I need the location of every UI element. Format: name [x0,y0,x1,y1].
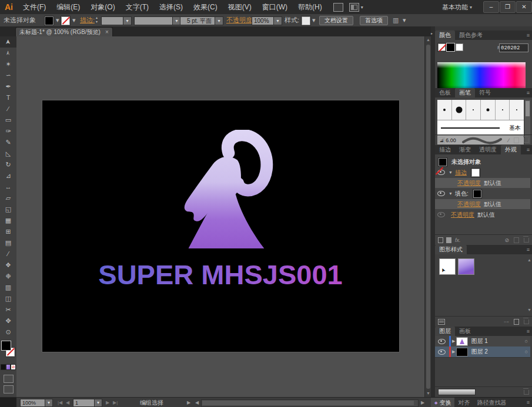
pencil-tool[interactable]: ✎ [0,137,16,148]
vertical-scroll-thumb[interactable] [426,45,430,389]
document-setup-button[interactable]: 文档设置 [319,16,353,25]
purple-gradient-style-thumb[interactable] [458,258,474,275]
style-libraries-icon[interactable] [438,319,445,325]
brush-item[interactable] [510,100,524,120]
tab-appearance[interactable]: 外观 [501,145,521,154]
layer-target-icon[interactable]: ○ [525,349,528,355]
layer-row-2[interactable]: ▶ 图层 2 ○ [435,347,530,358]
appearance-object-opacity-row[interactable]: 不透明度 默认值 [435,210,530,220]
appearance-fill-row[interactable]: ▼ 填色: [435,189,530,199]
styles-scroll-up-icon[interactable]: ▲ [526,257,532,264]
graphic-styles-menu-icon[interactable]: ≡ [527,245,532,254]
line-segment-tool[interactable]: ∕ [0,103,16,115]
default-style-thumb[interactable]: ➤ [439,258,456,275]
fill-black-swatch[interactable] [473,190,481,198]
screen-mode-button[interactable] [4,385,14,393]
add-new-fill-icon[interactable] [446,237,451,243]
stroke-caret-icon[interactable]: ▾ [72,14,76,26]
tab-color-guide[interactable]: 颜色参考 [455,31,487,40]
free-transform-tool[interactable]: ▱ [0,193,16,204]
rectangle-tool[interactable]: ▭ [0,115,16,126]
slice-tool[interactable]: ✂ [0,304,16,315]
brush-item[interactable] [481,100,496,120]
close-button[interactable]: ✕ [516,1,532,13]
menu-type[interactable]: 文字(T) [121,0,154,14]
stroke-link[interactable]: 描边 [455,169,467,177]
perspective-grid-tool[interactable]: ▦ [0,215,16,226]
next-artboard-icon[interactable]: ▶ [106,398,109,407]
canvas[interactable]: SUPER MHSJS001 [16,36,424,397]
brush-libraries-icon[interactable] [438,137,445,143]
menu-effect[interactable]: 效果(C) [188,0,223,14]
layer-expand-icon[interactable]: ▶ [452,349,455,354]
tab-align[interactable]: 对齐 [454,398,473,407]
new-brush-icon[interactable] [514,137,519,143]
delete-brush-icon[interactable] [524,138,529,143]
menu-file[interactable]: 文件(F) [18,0,51,14]
workspace-switcher[interactable]: 基本功能 [442,3,468,12]
menu-help[interactable]: 帮助(H) [293,0,327,14]
arrange-documents-caret-icon[interactable]: ▾ [361,5,363,10]
mesh-tool[interactable]: ⊞ [0,226,16,237]
control-panel-menu-icon[interactable]: ▥ [393,14,399,26]
status-expand-icon[interactable]: ▶ [187,398,190,407]
last-artboard-icon[interactable]: ▶| [113,398,118,407]
document-tab[interactable]: 未标题-1* @ 100% (RGB/预览)× [15,27,113,37]
menu-object[interactable]: 对象(O) [85,0,120,14]
logo-text[interactable]: SUPER MHSJS001 [42,257,399,293]
control-panel-caret-icon[interactable]: ▾ [403,14,406,26]
stroke-weight-field[interactable] [101,16,126,25]
duplicate-item-icon[interactable] [514,237,519,243]
delete-style-icon[interactable] [524,319,529,324]
rotate-tool[interactable]: ↻ [0,159,16,170]
fill-color-swatch[interactable] [45,16,53,25]
white-swatch[interactable] [456,43,463,51]
bridge-icon[interactable] [333,3,343,12]
appearance-fill-opacity-row[interactable]: 不透明度 默认值 [435,199,530,209]
brush-item-basic[interactable]: 基本 [437,120,524,136]
arrange-documents-icon[interactable] [349,3,359,12]
dock-tabs-menu-icon[interactable]: ≡ [527,398,532,407]
menu-window[interactable]: 窗口(W) [257,0,293,14]
layer-target-icon[interactable]: ○ [525,338,528,344]
collapse-dock-icon[interactable]: ▸ [431,31,433,35]
zoom-tool[interactable]: ⊙ [0,327,16,338]
eyedropper-tool[interactable]: ⁄ [0,248,16,260]
workspace-caret-icon[interactable]: ▾ [470,5,472,10]
fill-caret-icon[interactable]: ▾ [56,14,59,26]
black-swatch[interactable] [446,43,455,52]
clear-appearance-icon[interactable]: ⊘ [504,237,509,243]
hscroll-right-icon[interactable]: ▶ [421,398,424,407]
layer-name[interactable]: 图层 1 [471,337,487,345]
gradient-mode-icon[interactable] [6,364,11,370]
opacity-panel-link[interactable]: 不透明度: [226,14,254,26]
preferences-button[interactable]: 首选项 [360,16,388,25]
first-artboard-icon[interactable]: |◀ [58,398,62,407]
opacity-field[interactable]: 100% [252,16,276,25]
stroke-weight-caret-icon[interactable]: ▾ [123,16,132,25]
artboard-caret-icon[interactable]: ▾ [94,399,102,407]
paintbrush-tool[interactable]: ✑ [0,126,16,137]
opacity-link[interactable]: 不透明度 [457,200,481,208]
artboard-number-field[interactable]: 1 [73,399,96,407]
selection-tool[interactable]: ➤ [0,36,16,48]
brush-item[interactable] [452,100,467,120]
lasso-tool[interactable]: ∽ [0,70,16,81]
add-new-stroke-icon[interactable] [438,237,443,243]
width-tool[interactable]: ↔ [0,181,16,193]
layer-row-1[interactable]: ▶ 图层 1 ○ [435,336,530,347]
horizontal-scrollbar[interactable] [201,399,419,407]
tab-stroke[interactable]: 描边 [435,145,455,154]
brushes-panel-menu-icon[interactable]: ≡ [527,88,532,97]
tab-pathfinder[interactable]: 路径查找器 [473,398,510,407]
menu-view[interactable]: 视图(V) [223,0,257,14]
column-graph-tool[interactable]: ▥ [0,282,16,293]
direct-selection-tool[interactable]: ➣ [0,48,16,59]
none-swatch[interactable] [438,43,446,51]
stroke-none-swatch[interactable] [471,169,480,177]
layer-visibility-icon[interactable] [438,349,446,355]
horizontal-scroll-thumb[interactable] [202,401,414,405]
artboard[interactable]: SUPER MHSJS001 [42,100,399,352]
dock-divider[interactable]: ▸ [431,26,435,397]
appearance-stroke-row[interactable]: ▼ 描边 [435,167,530,177]
